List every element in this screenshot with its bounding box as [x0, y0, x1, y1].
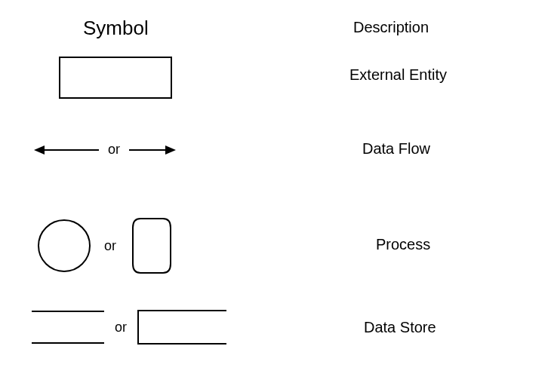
diagram-container: Symbol or or or: [0, 0, 551, 392]
data-store-symbol-group: or: [32, 310, 226, 345]
data-store-label: Data Store: [364, 319, 436, 336]
symbol-header: Symbol: [83, 17, 149, 40]
arrow-right-icon: [129, 143, 176, 157]
external-entity-rectangle-icon: [59, 57, 172, 99]
process-circle-icon: [38, 219, 91, 272]
or-label: or: [108, 142, 120, 158]
svg-marker-1: [34, 145, 45, 155]
description-header: Description: [353, 19, 429, 36]
or-label: or: [104, 238, 116, 254]
external-entity-label: External Entity: [349, 66, 447, 84]
arrow-left-icon: [34, 143, 99, 157]
process-rounded-rect-icon: [130, 217, 174, 274]
svg-marker-3: [165, 145, 176, 155]
or-label: or: [115, 320, 127, 335]
symbol-column: Symbol or or or: [0, 0, 257, 392]
description-column: Description External Entity Data Flow Pr…: [257, 0, 551, 392]
data-flow-symbol-group: or: [34, 142, 176, 158]
data-store-parallel-lines-icon: [32, 311, 104, 344]
data-flow-label: Data Flow: [362, 140, 430, 158]
process-symbol-group: or: [38, 217, 174, 274]
data-store-open-rect-icon: [137, 310, 226, 345]
process-label: Process: [376, 236, 430, 253]
